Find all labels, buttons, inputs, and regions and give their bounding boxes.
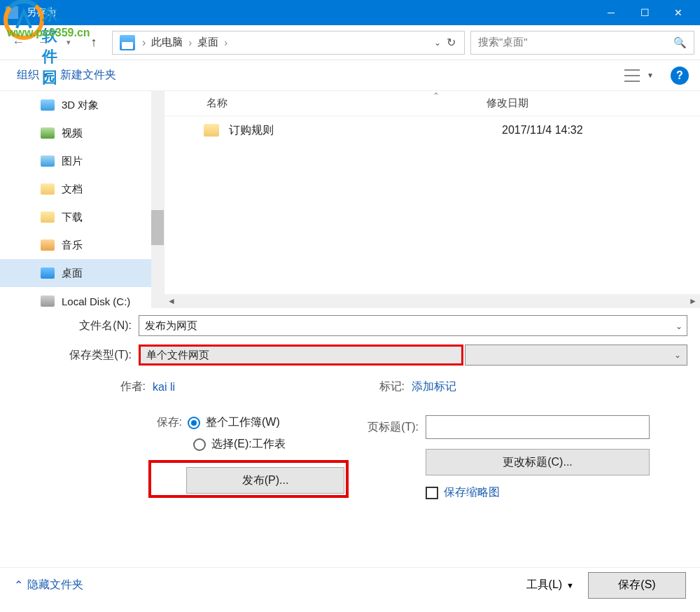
- scroll-left-icon[interactable]: ◄: [164, 296, 178, 306]
- hide-folders-button[interactable]: ⌃ 隐藏文件夹: [14, 578, 83, 592]
- chevron-down-icon[interactable]: ⌄: [674, 350, 681, 360]
- horizontal-scrollbar[interactable]: ◄ ►: [164, 294, 700, 308]
- chevron-down-icon: ▼: [566, 581, 574, 590]
- scroll-right-icon[interactable]: ►: [686, 296, 700, 306]
- save-button[interactable]: 保存(S): [588, 572, 686, 599]
- tags-label: 标记:: [363, 380, 412, 394]
- view-icon: [624, 69, 640, 82]
- help-button[interactable]: ?: [671, 67, 689, 85]
- sidebar-item-documents[interactable]: 文档: [0, 175, 164, 203]
- radio-selection-label: 选择(E):工作表: [211, 437, 286, 452]
- file-name: 订购规则: [229, 123, 502, 138]
- search-input[interactable]: 搜索"桌面" 🔍: [470, 31, 694, 55]
- sidebar-item-3d[interactable]: 3D 对象: [0, 91, 164, 119]
- sidebar-label: 3D 对象: [62, 99, 99, 112]
- column-expand-icon[interactable]: ⌃: [433, 91, 440, 101]
- recent-dropdown[interactable]: ▾: [56, 30, 81, 55]
- address-dropdown-icon[interactable]: ⌄: [434, 38, 441, 48]
- filename-input[interactable]: 发布为网页 ⌄: [139, 315, 687, 336]
- close-button[interactable]: ✕: [662, 0, 694, 25]
- sidebar-item-music[interactable]: 音乐: [0, 231, 164, 259]
- filetype-value: 单个文件网页: [146, 349, 209, 362]
- sidebar-item-videos[interactable]: 视频: [0, 119, 164, 147]
- toolbar: 组织 ▼ 新建文件夹 ▼ ?: [0, 60, 700, 91]
- chevron-right-icon: ›: [186, 36, 195, 48]
- desktop-icon: [41, 267, 55, 279]
- maximize-button[interactable]: ☐: [629, 0, 661, 25]
- sidebar-item-downloads[interactable]: 下载: [0, 203, 164, 231]
- chevron-right-icon: ›: [221, 36, 230, 48]
- save-scope-label: 保存:: [146, 415, 188, 430]
- bottom-bar: ⌃ 隐藏文件夹 工具(L) ▼ 保存(S): [0, 567, 700, 602]
- breadcrumb[interactable]: 此电脑 › 桌面 ›: [148, 36, 230, 49]
- back-button[interactable]: ←: [6, 30, 31, 55]
- folder-icon: [204, 124, 219, 137]
- sidebar-item-pictures[interactable]: 图片: [0, 147, 164, 175]
- sidebar-label: 下载: [62, 211, 83, 224]
- sidebar-label: Local Disk (C:): [62, 295, 130, 307]
- author-value[interactable]: kai li: [153, 381, 363, 394]
- new-folder-label: 新建文件夹: [60, 68, 116, 83]
- address-bar[interactable]: › 此电脑 › 桌面 › ⌄ ↻: [112, 31, 465, 55]
- forward-button[interactable]: →: [31, 30, 56, 55]
- publish-button[interactable]: 发布(P)...: [186, 467, 344, 494]
- new-folder-button[interactable]: 新建文件夹: [55, 65, 122, 85]
- titlebar: 另存为 ─ ☐ ✕: [0, 0, 700, 25]
- breadcrumb-item[interactable]: 此电脑: [148, 36, 186, 49]
- search-icon[interactable]: 🔍: [673, 36, 687, 49]
- radio-workbook-label: 整个工作簿(W): [206, 415, 280, 430]
- sidebar-label: 音乐: [62, 239, 83, 252]
- documents-icon: [41, 183, 55, 195]
- window-title: 另存为: [24, 6, 595, 19]
- page-title-input[interactable]: [426, 415, 650, 439]
- filetype-label: 保存类型(T):: [13, 348, 139, 363]
- radio-workbook[interactable]: [188, 417, 200, 429]
- folder-3d-icon: [41, 99, 55, 111]
- view-button[interactable]: ▼: [619, 67, 659, 85]
- tools-dropdown[interactable]: 工具(L) ▼: [526, 578, 588, 592]
- tags-value[interactable]: 添加标记: [412, 380, 456, 394]
- chevron-down-icon[interactable]: ⌄: [676, 321, 682, 331]
- filename-label: 文件名(N):: [13, 319, 139, 333]
- filetype-combo[interactable]: 单个文件网页: [139, 345, 463, 366]
- organize-button[interactable]: 组织 ▼: [11, 65, 55, 85]
- navbar: ← → ▾ ↑ › 此电脑 › 桌面 › ⌄ ↻ 搜索"桌面" 🔍: [0, 25, 700, 60]
- sidebar-item-localdisk[interactable]: Local Disk (C:): [0, 287, 164, 308]
- tools-label: 工具(L): [526, 578, 563, 592]
- downloads-icon: [41, 211, 55, 223]
- pictures-icon: [41, 155, 55, 167]
- app-icon: [6, 6, 18, 19]
- page-title-label: 页标题(T):: [349, 420, 426, 435]
- sidebar-item-desktop[interactable]: 桌面: [0, 259, 164, 287]
- music-icon: [41, 239, 55, 251]
- filename-value: 发布为网页: [145, 319, 197, 333]
- sidebar-scrollbar[interactable]: [151, 91, 164, 308]
- thumbnail-label: 保存缩略图: [444, 485, 500, 500]
- sidebar-label: 文档: [62, 183, 83, 196]
- publish-highlight: 发布(P)...: [148, 460, 349, 498]
- save-form: 文件名(N): 发布为网页 ⌄ 保存类型(T): 单个文件网页 ⌄ 作者: ka…: [0, 308, 700, 500]
- file-date: 2017/11/4 14:32: [502, 124, 583, 137]
- search-placeholder: 搜索"桌面": [478, 36, 528, 49]
- author-label: 作者:: [13, 380, 153, 394]
- minimize-button[interactable]: ─: [595, 0, 627, 25]
- breadcrumb-item[interactable]: 桌面: [195, 36, 221, 49]
- videos-icon: [41, 127, 55, 139]
- chevron-up-icon: ⌃: [14, 578, 23, 592]
- column-date[interactable]: 修改日期: [486, 97, 700, 110]
- sidebar-label: 桌面: [62, 267, 83, 280]
- file-list: ⌃ 名称 修改日期 订购规则 2017/11/4 14:32 ◄ ►: [164, 91, 700, 308]
- radio-selection[interactable]: [193, 438, 206, 451]
- file-row[interactable]: 订购规则 2017/11/4 14:32: [164, 116, 700, 144]
- up-button[interactable]: ↑: [81, 30, 106, 55]
- refresh-icon[interactable]: ↻: [447, 36, 456, 49]
- disk-icon: [41, 295, 55, 307]
- chevron-down-icon: ▼: [647, 71, 654, 79]
- change-title-button[interactable]: 更改标题(C)...: [426, 449, 650, 475]
- thumbnail-checkbox[interactable]: [426, 487, 438, 499]
- sidebar: 3D 对象 视频 图片 文档 下载 音乐 桌面 Local Disk (C:): [0, 91, 164, 308]
- organize-label: 组织: [17, 68, 39, 83]
- location-icon: [120, 35, 135, 50]
- chevron-down-icon: ▼: [42, 71, 49, 79]
- sidebar-label: 视频: [62, 127, 83, 140]
